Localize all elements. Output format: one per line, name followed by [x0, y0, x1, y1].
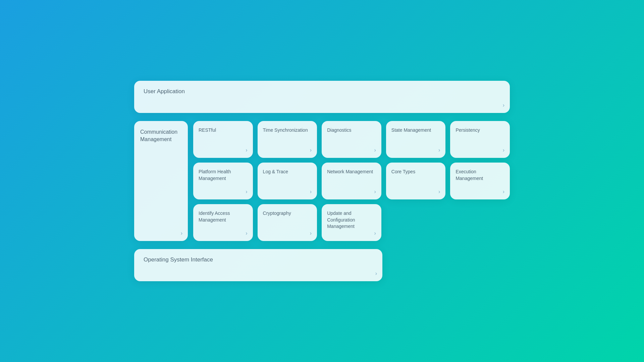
state-management-chevron: › [438, 147, 440, 153]
middle-section: Communication Management › RESTful › Tim… [134, 121, 510, 241]
communication-management-title: Communication Management [140, 128, 182, 143]
communication-management-chevron: › [181, 230, 182, 236]
os-row: Operating System Interface › [134, 249, 510, 281]
platform-health-chevron: › [246, 189, 247, 195]
persistency-chevron: › [503, 147, 504, 153]
restful-chevron: › [246, 147, 247, 153]
restful-card[interactable]: RESTful › [193, 121, 253, 158]
user-application-title: User Application [144, 88, 185, 95]
state-management-title: State Management [391, 127, 440, 134]
time-sync-title: Time Synchronization [263, 127, 312, 134]
persistency-card[interactable]: Persistency › [450, 121, 510, 158]
diagnostics-title: Diagnostics [327, 127, 376, 134]
identify-access-chevron: › [246, 230, 247, 236]
grid-empty-1 [386, 204, 446, 241]
os-interface-card[interactable]: Operating System Interface › [134, 249, 382, 281]
execution-management-card[interactable]: Execution Management › [450, 163, 510, 199]
execution-management-chevron: › [503, 189, 504, 195]
log-trace-card[interactable]: Log & Trace › [258, 163, 317, 199]
platform-health-card[interactable]: Platform Health Management › [193, 163, 253, 199]
cryptography-chevron: › [310, 230, 312, 236]
log-trace-title: Log & Trace [263, 169, 312, 175]
platform-health-title: Platform Health Management [199, 169, 248, 182]
main-container: User Application › Communication Managem… [134, 81, 510, 281]
diagnostics-card[interactable]: Diagnostics › [322, 121, 381, 158]
time-sync-card[interactable]: Time Synchronization › [258, 121, 317, 158]
network-management-title: Network Management [327, 169, 376, 175]
update-config-chevron: › [374, 230, 376, 236]
identify-access-title: Identify Access Management [199, 210, 248, 223]
grid-container: RESTful › Time Synchronization › Diagnos… [193, 121, 510, 241]
network-management-card[interactable]: Network Management › [322, 163, 381, 199]
log-trace-chevron: › [310, 189, 312, 195]
update-config-title: Update and Configuration Management [327, 210, 376, 230]
user-application-chevron: › [503, 102, 504, 108]
core-types-title: Core Types [391, 169, 440, 175]
user-application-card[interactable]: User Application › [134, 81, 510, 113]
update-config-card[interactable]: Update and Configuration Management › [322, 204, 381, 241]
core-types-card[interactable]: Core Types › [386, 163, 446, 199]
persistency-title: Persistency [455, 127, 504, 134]
diagnostics-chevron: › [374, 147, 376, 153]
cryptography-card[interactable]: Cryptography › [258, 204, 317, 241]
execution-management-title: Execution Management [455, 169, 504, 182]
communication-management-card[interactable]: Communication Management › [134, 121, 188, 241]
time-sync-chevron: › [310, 147, 312, 153]
cryptography-title: Cryptography [263, 210, 312, 217]
identify-access-card[interactable]: Identify Access Management › [193, 204, 253, 241]
state-management-card[interactable]: State Management › [386, 121, 446, 158]
os-interface-chevron: › [375, 270, 377, 277]
grid-empty-2 [450, 204, 510, 241]
restful-title: RESTful [199, 127, 248, 134]
network-management-chevron: › [374, 189, 376, 195]
core-types-chevron: › [438, 189, 440, 195]
os-interface-title: Operating System Interface [144, 256, 373, 263]
